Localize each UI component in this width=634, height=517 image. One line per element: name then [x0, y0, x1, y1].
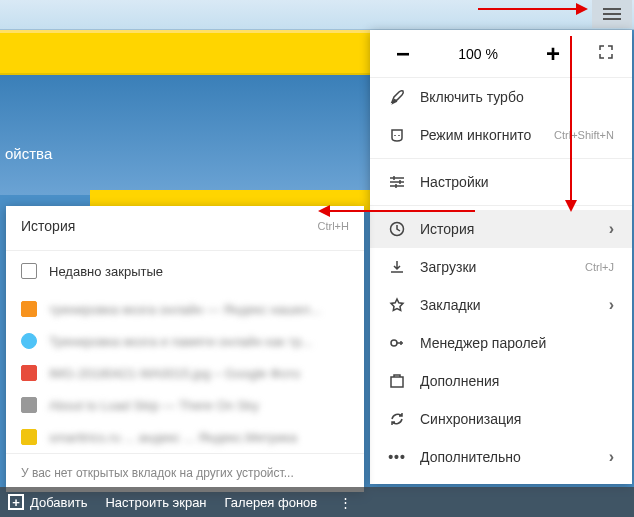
menu-incognito[interactable]: Режим инкогнито Ctrl+Shift+N: [370, 116, 632, 154]
menu-label: История: [420, 221, 605, 237]
tabs-icon: [21, 263, 37, 279]
fullscreen-icon[interactable]: [598, 44, 614, 64]
menu-sync[interactable]: Синхронизация: [370, 400, 632, 438]
key-icon: [388, 334, 406, 352]
menu-label: Дополнительно: [420, 449, 605, 465]
entry-title: About to Load Skip — There On Sky: [49, 398, 259, 413]
star-icon: [388, 296, 406, 314]
menu-label: Синхронизация: [420, 411, 614, 427]
entry-title: IMG-20180421-WA0015.jpg – Google Фото: [49, 366, 300, 381]
zoom-in-button[interactable]: +: [538, 40, 568, 68]
history-icon: [388, 220, 406, 238]
incognito-icon: [388, 126, 406, 144]
menu-downloads[interactable]: Загрузки Ctrl+J: [370, 248, 632, 286]
search-band: [0, 30, 370, 75]
favicon: [21, 301, 37, 317]
gallery-label: Галерея фонов: [225, 495, 318, 510]
menu-more[interactable]: ••• Дополнительно ›: [370, 438, 632, 476]
chevron-right-icon: ›: [609, 448, 614, 466]
add-label: Добавить: [30, 495, 87, 510]
history-entry[interactable]: smarttrics.ru ... андекс ... Яндекс.Метр…: [6, 421, 364, 453]
extensions-icon: [388, 372, 406, 390]
favicon: [21, 397, 37, 413]
zoom-out-button[interactable]: −: [388, 40, 418, 68]
plus-icon: +: [8, 494, 24, 510]
history-entry[interactable]: тренировка мозга онлайн — Яндекс нашел..…: [6, 293, 364, 325]
download-icon: [388, 258, 406, 276]
menu-settings[interactable]: Настройки: [370, 163, 632, 201]
menu-label: Менеджер паролей: [420, 335, 614, 351]
menu-label: Включить турбо: [420, 89, 614, 105]
zoom-row: − 100 % +: [370, 30, 632, 78]
recently-closed[interactable]: Недавно закрытые: [6, 255, 364, 287]
chevron-right-icon: ›: [609, 220, 614, 238]
menu-passwords[interactable]: Менеджер паролей: [370, 324, 632, 362]
history-entry[interactable]: About to Load Skip — There On Sky: [6, 389, 364, 421]
rocket-icon: [388, 88, 406, 106]
chevron-right-icon: ›: [609, 296, 614, 314]
svg-rect-2: [391, 377, 403, 387]
menu-bookmarks[interactable]: Закладки ›: [370, 286, 632, 324]
menu-history[interactable]: История ›: [370, 210, 632, 248]
menu-turbo[interactable]: Включить турбо: [370, 78, 632, 116]
zoom-value: 100 %: [418, 46, 538, 62]
add-button[interactable]: +Добавить: [8, 494, 87, 510]
favicon: [21, 333, 37, 349]
background-gallery[interactable]: Галерея фонов: [225, 495, 318, 510]
menu-label: Закладки: [420, 297, 605, 313]
menu-label: Загрузки: [420, 259, 585, 275]
kebab-icon[interactable]: ⋮: [339, 495, 352, 510]
sync-icon: [388, 410, 406, 428]
configure-label: Настроить экран: [105, 495, 206, 510]
main-menu: − 100 % + Включить турбо Режим инкогнито…: [370, 30, 632, 484]
history-submenu: История Ctrl+H Недавно закрытые трениров…: [6, 206, 364, 492]
svg-point-1: [391, 340, 397, 346]
recently-closed-label: Недавно закрытые: [49, 264, 163, 279]
menu-label: Дополнения: [420, 373, 614, 389]
more-icon: •••: [388, 448, 406, 466]
bottom-bar: +Добавить Настроить экран Галерея фонов …: [0, 487, 634, 517]
tab-label[interactable]: ойства: [5, 145, 52, 162]
entry-title: Тренировка мозга и памяти онлайн как тр.…: [49, 334, 312, 349]
menu-label: Настройки: [420, 174, 614, 190]
history-entry[interactable]: Тренировка мозга и памяти онлайн как тр.…: [6, 325, 364, 357]
favicon: [21, 429, 37, 445]
menu-extensions[interactable]: Дополнения: [370, 362, 632, 400]
submenu-title: История: [21, 218, 318, 234]
menu-shortcut: Ctrl+Shift+N: [554, 129, 614, 141]
entry-title: тренировка мозга онлайн — Яндекс нашел..…: [49, 302, 321, 317]
sliders-icon: [388, 173, 406, 191]
menu-label: Режим инкогнито: [420, 127, 554, 143]
submenu-header[interactable]: История Ctrl+H: [6, 206, 364, 246]
entry-title: smarttrics.ru ... андекс ... Яндекс.Метр…: [49, 430, 297, 445]
window-titlebar: [0, 0, 634, 30]
menu-shortcut: Ctrl+J: [585, 261, 614, 273]
submenu-shortcut: Ctrl+H: [318, 220, 349, 232]
history-entry[interactable]: IMG-20180421-WA0015.jpg – Google Фото: [6, 357, 364, 389]
configure-screen[interactable]: Настроить экран: [105, 495, 206, 510]
favicon: [21, 365, 37, 381]
background-sky: [0, 75, 370, 195]
hamburger-button[interactable]: [592, 0, 632, 28]
